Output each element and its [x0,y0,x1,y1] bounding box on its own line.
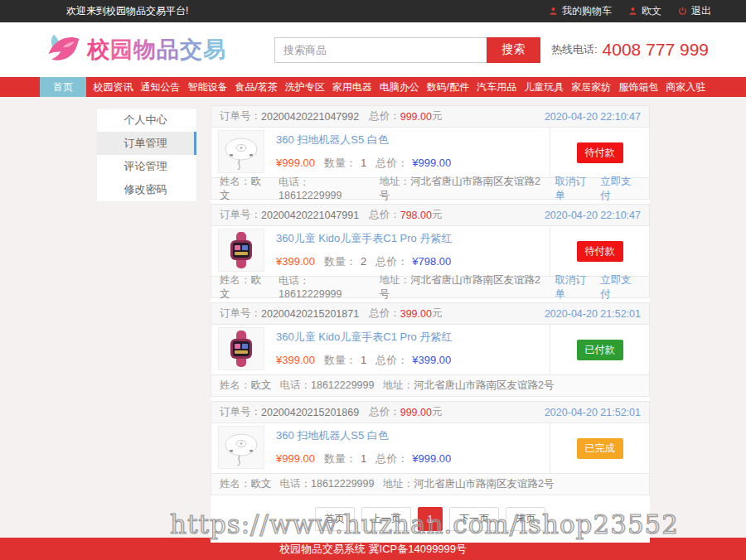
line-total-value: ¥399.00 [412,354,451,366]
order-action-link[interactable]: 立即支付 [600,175,641,203]
robot-vacuum-image [220,427,263,467]
nav-item-0[interactable]: 首页 [40,77,86,97]
yuan-label: 元 [432,307,443,321]
nav-item-7[interactable]: 电脑办公 [375,77,423,97]
sidebar-item-2[interactable]: 评论管理 [97,155,196,178]
price-line: ¥399.00 数量： 1 总价： ¥399.00 [276,353,550,368]
product-row: 360儿童 Kido儿童手表C1 Pro 丹紫红 ¥399.00 数量： 1 总… [211,325,550,374]
main-nav: 首页校园资讯通知公告智能设备食品/茗茶洗护专区家用电器电脑办公数码/配件汽车用品… [0,77,746,97]
line-total-value: ¥999.00 [412,452,451,465]
pagination-button-0[interactable]: 首页 [315,507,355,531]
nav-item-10[interactable]: 儿童玩具 [521,77,568,97]
nav-item-3[interactable]: 智能设备 [184,77,231,97]
nav-item-12[interactable]: 服饰箱包 [615,77,662,97]
order-action-link[interactable]: 取消订单 [555,273,595,302]
order-body: 360 扫地机器人S5 白色 ¥999.00 数量： 1 总价： ¥999.00… [211,128,649,177]
cart-link[interactable]: 我的购物车 [549,4,612,18]
order-header: 订单号： 20200420221047992 总价： 999.00 元 2020… [211,106,649,128]
product-title-link[interactable]: 360 扫地机器人S5 白色 [276,133,550,147]
order-total-value: 999.00 [400,111,432,123]
logo[interactable]: 校园物品交易 [46,32,226,67]
sidebar-item-1[interactable]: 订单管理 [97,132,196,155]
product-info: 360 扫地机器人S5 白色 ¥999.00 数量： 1 总价： ¥999.00 [276,426,550,471]
kids-watch-image [222,329,260,369]
order-no-label: 订单号： [220,405,261,419]
order-no-label: 订单号： [220,307,261,321]
line-total-label: 总价： [375,254,408,269]
status-badge: 已付款 [577,340,623,360]
order-body: 360 扫地机器人S5 白色 ¥999.00 数量： 1 总价： ¥999.00… [211,423,649,473]
sidebar-item-0[interactable]: 个人中心 [97,109,196,132]
pagination-button-2[interactable]: 1 [418,507,443,531]
pagination-button-1[interactable]: 上一页 [361,507,411,531]
order-total-value: 999.00 [400,407,432,418]
nav-item-5[interactable]: 洗护专区 [281,77,328,97]
order-card: 订单号： 20200420215201869 总价： 999.00 元 2020… [211,401,650,495]
nav-item-1[interactable]: 校园资讯 [90,77,137,97]
order-header: 订单号： 20200420221047991 总价： 798.00 元 2020… [211,205,649,226]
nav-item-4[interactable]: 食品/茗茶 [231,77,281,97]
search-bar: 搜索 [274,37,540,63]
nav-item-6[interactable]: 家用电器 [328,77,375,97]
nav-item-9[interactable]: 汽车用品 [473,77,521,97]
topbar-right: 我的购物车 欧文 退出 [549,4,711,18]
quantity-label: 数量： [324,156,356,171]
unit-price: ¥399.00 [276,354,315,366]
logout-link[interactable]: 退出 [678,4,711,18]
orders-holder: 订单号： 20200420221047992 总价： 999.00 元 2020… [211,105,650,495]
product-image[interactable] [218,426,264,469]
buyer-phone: 电话：18612229999 [280,379,375,393]
order-footer: 姓名：欧文 电话：18612229999 地址：河北省唐山市路南区友谊路2号 [211,473,649,495]
yuan-label: 元 [432,208,443,222]
footer-text: 校园物品交易系统 冀ICP备14099999号 [279,542,467,557]
nav-item-11[interactable]: 家居家纺 [568,77,615,97]
order-total-label: 总价： [369,208,400,222]
product-image[interactable] [218,327,264,370]
buyer-name: 姓名：欧文 [220,379,272,393]
power-icon [678,7,687,16]
order-action-link[interactable]: 立即支付 [600,273,641,302]
sidebar: 个人中心订单管理评论管理修改密码 [96,108,197,202]
line-total-label: 总价： [375,353,408,368]
price-line: ¥999.00 数量： 1 总价： ¥999.00 [276,156,550,171]
status-column: 待付款 [550,226,649,276]
order-action-link[interactable]: 取消订单 [555,175,595,203]
product-title-link[interactable]: 360儿童 Kido儿童手表C1 Pro 丹紫红 [276,330,550,345]
search-button[interactable]: 搜索 [487,37,540,63]
header: 校园物品交易 搜索 热线电话: 4008 777 999 [0,22,746,77]
buyer-phone: 电话：18612229999 [279,274,371,300]
nav-item-8[interactable]: 数码/配件 [423,77,472,97]
order-no-label: 订单号： [220,109,261,123]
unit-price: ¥399.00 [276,255,315,268]
product-title-link[interactable]: 360儿童 Kido儿童手表C1 Pro 丹紫红 [276,231,550,246]
buyer-name: 姓名：欧文 [220,273,270,302]
order-body: 360儿童 Kido儿童手表C1 Pro 丹紫红 ¥399.00 数量： 1 总… [211,325,649,374]
user-icon [549,7,558,16]
product-row: 360 扫地机器人S5 白色 ¥999.00 数量： 1 总价： ¥999.00 [211,128,550,177]
pagination-button-3[interactable]: 下一页 [449,507,499,531]
order-datetime: 2020-04-20 22:10:47 [545,210,641,221]
yuan-label: 元 [432,405,443,419]
unit-price: ¥999.00 [276,452,315,465]
sidebar-item-3[interactable]: 修改密码 [97,178,196,201]
line-total-label: 总价： [375,451,408,466]
status-column: 已付款 [550,325,649,374]
product-row: 360儿童 Kido儿童手表C1 Pro 丹紫红 ¥399.00 数量： 2 总… [211,226,550,276]
product-title-link[interactable]: 360 扫地机器人S5 白色 [276,428,550,443]
search-input[interactable] [274,37,487,63]
buyer-address: 地址：河北省唐山市路南区友谊路2号 [382,379,554,393]
order-footer: 姓名：欧文 电话：18612229999 地址：河北省唐山市路南区友谊路2号 [211,374,649,396]
username-link[interactable]: 欧文 [628,4,661,18]
status-column: 已完成 [550,423,649,473]
product-image[interactable] [218,229,264,272]
pagination-button-4[interactable]: 末页 [506,507,545,531]
product-image[interactable] [218,130,264,173]
price-line: ¥999.00 数量： 1 总价： ¥999.00 [276,451,550,466]
unit-price: ¥999.00 [276,157,315,169]
order-datetime: 2020-04-20 21:52:01 [545,308,641,320]
main-area: 个人中心订单管理评论管理修改密码 订单号： 20200420221047992 … [0,97,746,538]
hotline: 热线电话: 4008 777 999 [551,40,709,60]
nav-item-13[interactable]: 商家入驻 [662,77,710,97]
buyer-address: 地址：河北省唐山市路南区友谊路2号 [379,175,546,203]
nav-item-2[interactable]: 通知公告 [137,77,184,97]
